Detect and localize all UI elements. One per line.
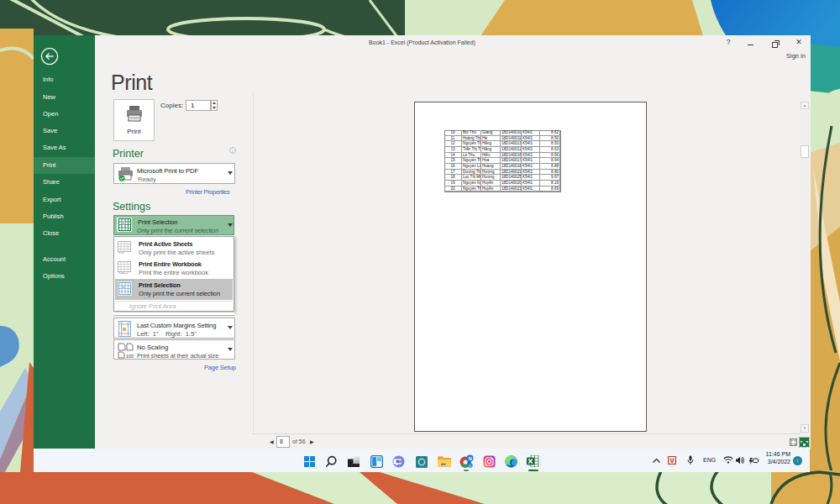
svg-text:n: n bbox=[469, 463, 471, 468]
svg-text:N: N bbox=[469, 456, 472, 461]
svg-text:100: 100 bbox=[126, 354, 134, 359]
